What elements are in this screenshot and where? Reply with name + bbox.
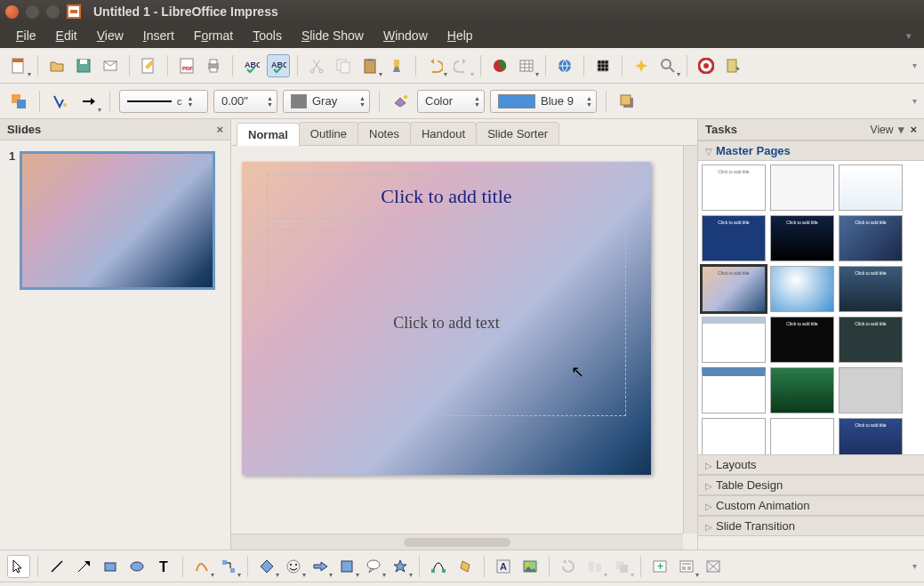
chart-button[interactable] <box>488 54 511 77</box>
autospellcheck-button[interactable]: ABC <box>267 54 290 77</box>
line-style-button[interactable] <box>49 90 72 113</box>
line-style-combo[interactable]: c ▲▼ <box>119 90 208 113</box>
master-thumb[interactable] <box>702 418 766 454</box>
spellcheck-button[interactable]: ABC <box>240 54 263 77</box>
menu-format[interactable]: Format <box>185 25 242 46</box>
menu-slideshow[interactable]: Slide Show <box>293 25 373 46</box>
drawing-toolbar-overflow-icon[interactable]: ▾ <box>912 561 917 571</box>
tab-handout[interactable]: Handout <box>410 122 477 145</box>
editor-vscrollbar[interactable] <box>683 146 697 534</box>
arrow-style-button[interactable]: ▾ <box>77 90 100 113</box>
points-edit-button[interactable] <box>427 555 450 578</box>
master-thumb[interactable] <box>770 266 834 312</box>
arrange-button[interactable] <box>7 90 30 113</box>
tasks-view-link[interactable]: View <box>871 124 894 136</box>
master-thumb[interactable]: Click to add title <box>770 317 834 363</box>
section-layouts[interactable]: ▷Layouts <box>698 454 924 475</box>
master-thumb[interactable]: Click to add title <box>702 215 766 261</box>
window-close-button[interactable] <box>5 5 19 19</box>
toolbar-overflow-icon[interactable]: ▾ <box>912 60 917 70</box>
from-file-button[interactable] <box>518 555 542 578</box>
line-tool-button[interactable] <box>45 555 68 578</box>
fill-color-combo[interactable]: Blue 9 ▲▼ <box>490 90 597 113</box>
hyperlink-button[interactable] <box>553 54 576 77</box>
ellipse-tool-button[interactable] <box>125 555 149 578</box>
redo-button[interactable]: ▾ <box>450 54 473 77</box>
print-button[interactable] <box>202 54 225 77</box>
tab-outline[interactable]: Outline <box>299 122 358 145</box>
master-thumb[interactable] <box>770 418 834 454</box>
arrow-line-button[interactable] <box>72 555 95 578</box>
slide-layout-button[interactable]: ▾ <box>675 555 698 578</box>
open-button[interactable] <box>45 54 68 77</box>
export-pdf-button[interactable]: PDF <box>175 54 198 77</box>
rectangle-tool-button[interactable] <box>99 555 122 578</box>
master-thumb[interactable] <box>770 367 834 413</box>
master-thumb[interactable] <box>770 165 834 211</box>
section-custom-animation[interactable]: ▷Custom Animation <box>698 495 924 516</box>
editor-hscrollbar[interactable] <box>231 534 683 550</box>
content-placeholder[interactable]: Click to add text <box>267 229 626 416</box>
toolbar2-overflow-icon[interactable]: ▾ <box>912 96 917 106</box>
basic-shapes-button[interactable]: ▾ <box>255 555 278 578</box>
whatsthis-button[interactable] <box>721 54 744 77</box>
paste-button[interactable]: ▾ <box>358 54 382 77</box>
master-thumb[interactable] <box>702 317 766 363</box>
menu-view[interactable]: View <box>88 25 133 46</box>
save-button[interactable] <box>72 54 95 77</box>
fill-mode-combo[interactable]: Color ▲▼ <box>417 90 485 113</box>
master-thumb[interactable] <box>839 367 903 413</box>
master-thumb[interactable]: Click to add title <box>839 266 903 312</box>
grid-button[interactable] <box>591 54 615 77</box>
undo-button[interactable]: ▾ <box>423 54 446 77</box>
window-minimize-button[interactable] <box>26 5 39 19</box>
text-tool-button[interactable]: T <box>152 555 175 578</box>
align-button[interactable]: ▾ <box>583 555 607 578</box>
select-tool-button[interactable] <box>7 555 30 578</box>
block-arrows-button[interactable]: ▾ <box>309 555 332 578</box>
navigator-button[interactable] <box>630 54 653 77</box>
master-thumb-selected[interactable]: Click to add title <box>702 266 766 312</box>
cut-button[interactable] <box>305 54 328 77</box>
tasks-close-icon[interactable]: × <box>910 123 917 136</box>
connector-tool-button[interactable]: ▾ <box>217 555 240 578</box>
curve-tool-button[interactable]: ▾ <box>190 555 213 578</box>
new-doc-button[interactable]: ▾ <box>7 54 30 77</box>
master-thumb[interactable]: Click to add title <box>839 418 903 454</box>
master-thumb[interactable] <box>839 165 903 211</box>
section-table-design[interactable]: ▷Table Design <box>698 475 924 495</box>
menu-help[interactable]: Help <box>438 25 482 46</box>
stars-button[interactable]: ▾ <box>389 555 412 578</box>
help-button[interactable] <box>695 54 718 77</box>
master-thumb[interactable] <box>702 367 766 413</box>
slides-panel-close-icon[interactable]: × <box>216 123 223 136</box>
section-master-pages[interactable]: ▽Master Pages <box>698 140 924 161</box>
master-thumb[interactable]: Click to add title <box>702 165 766 211</box>
tab-notes[interactable]: Notes <box>358 122 411 145</box>
title-placeholder[interactable]: Click to add title <box>267 174 626 219</box>
edit-mode-button[interactable] <box>137 54 160 77</box>
window-maximize-button[interactable] <box>46 5 60 19</box>
line-color-combo[interactable]: Gray ▲▼ <box>283 90 370 113</box>
area-fill-button[interactable] <box>389 90 412 113</box>
master-thumb[interactable]: Click to add title <box>839 317 903 363</box>
insert-slide-button[interactable]: + <box>648 555 671 578</box>
master-thumb[interactable]: Click to add title <box>839 215 903 261</box>
tab-normal[interactable]: Normal <box>237 123 300 146</box>
zoom-button[interactable]: ▾ <box>656 54 679 77</box>
slide-canvas[interactable]: Click to add title Click to add text ↖ <box>242 162 651 475</box>
tab-slidesorter[interactable]: Slide Sorter <box>476 122 559 145</box>
copy-button[interactable] <box>332 54 355 77</box>
menu-window[interactable]: Window <box>374 25 437 46</box>
shadow-button[interactable] <box>615 90 639 113</box>
format-paintbrush-button[interactable] <box>385 54 408 77</box>
flowchart-button[interactable]: ▾ <box>335 555 358 578</box>
callouts-button[interactable]: ▾ <box>362 555 385 578</box>
section-slide-transition[interactable]: ▷Slide Transition <box>698 516 924 536</box>
tasks-minimize-icon[interactable]: ▾ <box>898 123 904 136</box>
master-thumb[interactable]: Click to add title <box>770 215 834 261</box>
menu-overflow-icon[interactable]: ▾ <box>906 30 917 42</box>
menu-edit[interactable]: Edit <box>47 25 86 46</box>
line-width-combo[interactable]: 0.00" ▲▼ <box>213 90 277 113</box>
menu-insert[interactable]: Insert <box>134 25 183 46</box>
